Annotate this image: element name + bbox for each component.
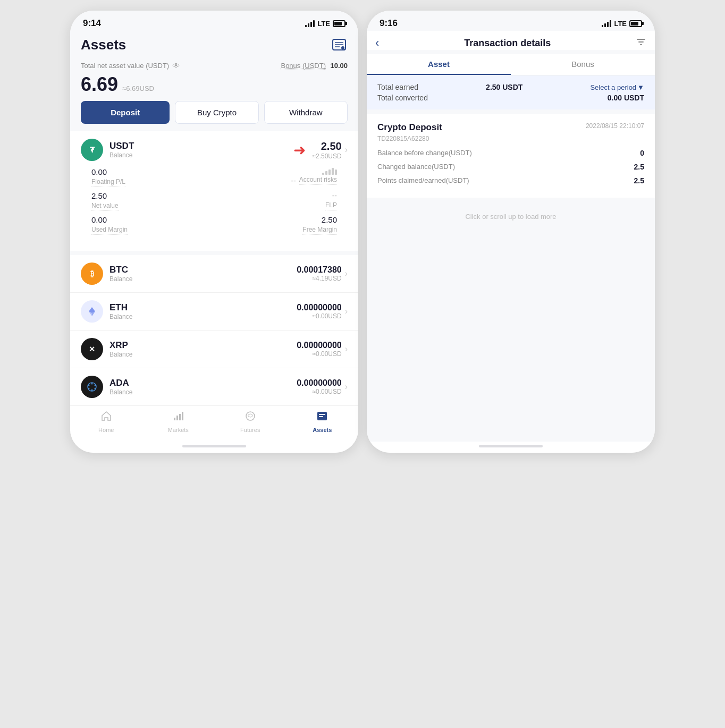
btc-amount: 0.00017380 — [297, 265, 342, 275]
nav-assets[interactable]: Assets — [286, 410, 359, 433]
free-margin-item: 2.50 Free Margin — [214, 213, 337, 237]
filter-icon[interactable] — [636, 37, 646, 50]
eth-item[interactable]: ETH Balance 0.00000000 ≈0.00USD › — [70, 293, 358, 331]
ada-sublabel: Balance — [109, 388, 132, 396]
net-asset-label: Total net asset value (USDT) 👁 — [81, 61, 180, 70]
assets-screen-content: Assets Total net asset value (USDT) — [70, 31, 358, 405]
eye-icon[interactable]: 👁 — [172, 61, 180, 70]
usdt-logo: ₮ — [81, 139, 103, 161]
time-right: 9:16 — [380, 18, 398, 29]
free-margin-label: Free Margin — [302, 226, 337, 235]
home-indicator-right — [367, 442, 655, 453]
ada-chevron-icon[interactable]: › — [345, 382, 348, 392]
ada-usd: ≈0.00USD — [297, 388, 342, 395]
load-more[interactable]: Click or scroll up to load more — [367, 198, 655, 235]
nav-markets[interactable]: Markets — [142, 410, 215, 433]
report-icon[interactable] — [331, 36, 348, 53]
net-asset-row: Total net asset value (USDT) 👁 Bonus (US… — [70, 57, 358, 72]
flp-item: -- FLP — [214, 189, 337, 213]
status-icons-right: LTE — [602, 20, 642, 28]
eth-chevron-icon[interactable]: › — [345, 307, 348, 316]
svg-point-13 — [91, 383, 93, 385]
usdt-amount: 2.50 — [312, 140, 341, 153]
flp-label: FLP — [325, 201, 337, 210]
red-arrow-icon: ➜ — [293, 141, 306, 159]
xrp-usd: ≈0.00USD — [297, 350, 342, 358]
xrp-chevron-icon[interactable]: › — [345, 344, 348, 354]
svg-rect-21 — [179, 414, 181, 420]
eth-name-wrap: ETH Balance — [109, 302, 132, 320]
xrp-info: ✕ XRP Balance — [81, 338, 132, 360]
usdt-info: ₮ USDT Balance — [81, 139, 134, 161]
battery-icon-right — [629, 20, 642, 27]
usdt-row: ₮ USDT Balance ➜ 2.50 ≈2.50USD — [81, 139, 348, 161]
ada-item[interactable]: ADA Balance 0.00000000 ≈0.00USD › — [70, 368, 358, 405]
tx-detail-value-1: 2.5 — [634, 163, 644, 171]
btc-usd: ≈4.19USD — [297, 275, 342, 282]
usdt-card: ₮ USDT Balance ➜ 2.50 ≈2.50USD — [70, 131, 358, 251]
status-bar-right: 9:16 LTE — [367, 11, 655, 31]
tab-asset[interactable]: Asset — [367, 54, 511, 75]
svg-rect-26 — [319, 416, 323, 417]
usdt-usd: ≈2.50USD — [312, 153, 341, 160]
ada-name: ADA — [109, 378, 132, 388]
svg-text:₮: ₮ — [90, 146, 95, 154]
ada-amount: 0.00000000 — [297, 378, 342, 388]
stats-grid: 0.00 Floating P/L -- Acc — [81, 165, 348, 244]
usdt-chevron-icon[interactable]: › — [345, 145, 348, 155]
nav-assets-label: Assets — [313, 427, 332, 433]
battery-icon — [333, 20, 345, 27]
buy-crypto-button[interactable]: Buy Crypto — [175, 101, 258, 124]
tx-record-type: Crypto Deposit — [377, 122, 442, 133]
back-button[interactable]: ‹ — [375, 36, 379, 50]
tx-page-title: Transaction details — [464, 38, 551, 49]
total-earned-label: Total earned — [377, 83, 418, 91]
ada-info: ADA Balance — [81, 376, 132, 398]
tab-bonus[interactable]: Bonus — [511, 54, 655, 75]
nav-home-label: Home — [98, 427, 114, 433]
action-buttons: Deposit Buy Crypto Withdraw — [70, 101, 358, 131]
btc-sublabel: Balance — [109, 275, 132, 283]
svg-point-15 — [88, 385, 90, 386]
withdraw-button[interactable]: Withdraw — [264, 101, 348, 124]
btc-chevron-icon[interactable]: › — [345, 269, 348, 278]
svg-rect-19 — [174, 418, 175, 420]
tx-record: Crypto Deposit 2022/08/15 22:10:07 TD220… — [367, 114, 655, 198]
status-bar-left: 9:14 LTE — [70, 11, 358, 31]
nav-futures[interactable]: Futures — [214, 410, 286, 433]
deposit-button[interactable]: Deposit — [81, 101, 170, 124]
flp-dash: -- — [214, 191, 337, 200]
usdt-amount-wrap: 2.50 ≈2.50USD — [312, 140, 341, 160]
ada-name-wrap: ADA Balance — [109, 378, 132, 396]
net-value-label: Net value — [91, 202, 119, 211]
tx-detail-changed-balance: Changed balance(USDT) 2.5 — [377, 163, 644, 171]
eth-sublabel: Balance — [109, 313, 132, 320]
svg-point-14 — [91, 390, 93, 391]
home-icon — [100, 410, 112, 425]
tx-screen-content: ‹ Transaction details Asset Bonus — [367, 31, 655, 442]
xrp-amount-wrap: 0.00000000 ≈0.00USD — [297, 341, 342, 358]
btc-name-wrap: BTC Balance — [109, 265, 132, 283]
btc-item[interactable]: ₿ BTC Balance 0.00017380 ≈4.19USD — [70, 255, 358, 293]
period-select[interactable]: Select a period ▼ — [590, 83, 644, 91]
bonus-row: Bonus (USDT) 10.00 — [281, 61, 348, 70]
nav-futures-label: Futures — [240, 427, 260, 433]
assets-icon — [316, 410, 328, 425]
usdt-right: ➜ 2.50 ≈2.50USD › — [293, 140, 348, 160]
asset-value-row: 6.69 ≈6.69USD — [70, 72, 358, 101]
free-margin-value: 2.50 — [214, 215, 337, 224]
xrp-logo: ✕ — [81, 338, 103, 360]
account-risks-dash: -- — [291, 176, 296, 185]
total-asset-value: 6.69 — [81, 73, 118, 96]
signal-icon-right — [602, 20, 611, 27]
nav-markets-label: Markets — [168, 427, 189, 433]
assets-phone: 9:14 LTE Assets — [70, 11, 358, 453]
tx-detail-value-0: 0 — [640, 149, 644, 157]
home-indicator — [70, 442, 358, 453]
nav-home[interactable]: Home — [70, 410, 142, 433]
svg-rect-25 — [319, 414, 325, 415]
xrp-item[interactable]: ✕ XRP Balance 0.00000000 ≈0.00USD — [70, 331, 358, 368]
tx-record-header: Crypto Deposit 2022/08/15 22:10:07 — [377, 122, 644, 133]
signal-icon — [305, 20, 315, 27]
total-converted-value: 0.00 USDT — [608, 94, 644, 102]
